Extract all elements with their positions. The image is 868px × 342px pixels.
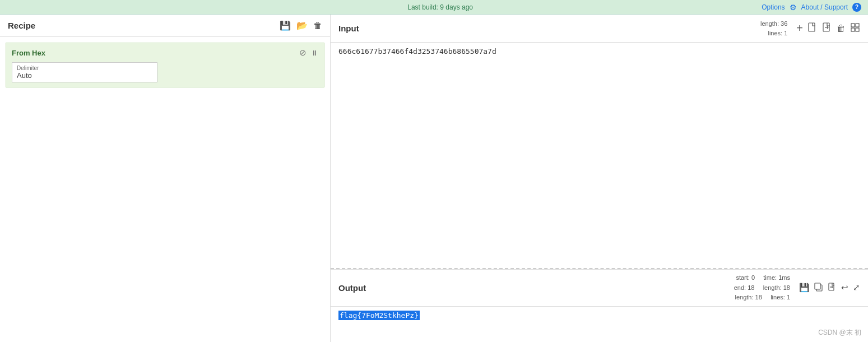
output-length2-value: 18 (755, 294, 762, 301)
output-start-value: 0 (751, 274, 755, 281)
output-time-value: 1ms (778, 274, 790, 281)
output-meta: start: 0 time: 1ms end: 18 length: 18 le… (734, 273, 790, 303)
output-start-label: start: (736, 274, 751, 281)
recipe-empty-area (0, 93, 330, 342)
output-expand-icon[interactable]: ⤢ (853, 283, 860, 293)
recipe-panel: Recipe 💾 📂 🗑 From Hex ⊘ ⏸ Delimiter Auto (0, 15, 331, 342)
input-icons: + (796, 22, 860, 35)
delimiter-label: Delimiter (17, 65, 152, 71)
input-delete-icon[interactable]: 🗑 (837, 24, 846, 34)
output-header: Output start: 0 time: 1ms end: 18 length… (331, 269, 868, 307)
output-title: Output (338, 283, 366, 293)
output-export-icon[interactable] (828, 283, 837, 293)
io-panel: Input length: 36lines: 1 + (331, 15, 868, 342)
input-add-icon[interactable]: + (796, 22, 803, 35)
output-lines-value: 1 (787, 294, 790, 301)
delimiter-box: Delimiter Auto (12, 62, 157, 82)
output-length-label: length: (763, 284, 783, 291)
top-bar: Last build: 9 days ago Options ⚙ About /… (0, 0, 868, 15)
recipe-header: Recipe 💾 📂 🗑 (0, 15, 330, 37)
recipe-delete-icon[interactable]: 🗑 (313, 21, 322, 31)
options-link[interactable]: Options (762, 3, 785, 11)
input-meta: length: 36lines: 1 (760, 19, 787, 38)
output-copy-icon[interactable] (814, 283, 823, 293)
svg-rect-6 (856, 28, 859, 31)
output-icons: 💾 (799, 283, 860, 293)
from-hex-pause-icon[interactable]: ⏸ (311, 49, 318, 57)
output-lines-label: lines: (770, 294, 787, 301)
from-hex-block: From Hex ⊘ ⏸ Delimiter Auto (6, 43, 324, 87)
input-file-icon[interactable] (807, 22, 818, 35)
input-grid-icon[interactable] (850, 22, 860, 35)
svg-rect-5 (851, 28, 855, 31)
input-content: 666c61677b37466f4d3253746b6865507a7d (331, 43, 868, 268)
output-undo-icon[interactable]: ↩ (841, 283, 848, 293)
delimiter-value: Auto (17, 71, 152, 80)
gear-icon[interactable]: ⚙ (790, 3, 797, 12)
from-hex-title: From Hex (12, 49, 45, 57)
svg-rect-4 (856, 24, 859, 27)
about-support-link[interactable]: About / Support (801, 3, 848, 11)
from-hex-header: From Hex ⊘ ⏸ (12, 48, 318, 58)
output-end-value: 18 (748, 284, 754, 291)
input-text: 666c61677b37466f4d3253746b6865507a7d (338, 47, 496, 56)
recipe-save-icon[interactable]: 💾 (280, 20, 291, 31)
output-content: flag{7FoM2StkhePz} (331, 307, 868, 342)
svg-rect-0 (809, 23, 815, 31)
recipe-open-icon[interactable]: 📂 (296, 20, 308, 31)
output-section: Output start: 0 time: 1ms end: 18 length… (331, 269, 868, 342)
watermark: CSDN @末 初 (818, 328, 861, 338)
output-save-icon[interactable]: 💾 (799, 283, 810, 293)
svg-rect-8 (815, 283, 820, 289)
from-hex-block-icons: ⊘ ⏸ (299, 48, 318, 58)
output-selected-text: flag{7FoM2StkhePz} (338, 311, 420, 320)
svg-rect-3 (851, 24, 855, 27)
top-right: Options ⚙ About / Support ? (762, 3, 861, 12)
recipe-title: Recipe (8, 21, 35, 30)
input-header: Input length: 36lines: 1 + (331, 15, 868, 43)
output-length2-label: length: (735, 294, 755, 301)
output-end-label: end: (734, 284, 748, 291)
output-length-value: 18 (783, 284, 790, 291)
from-hex-disable-icon[interactable]: ⊘ (299, 48, 307, 58)
output-time-label: time: (763, 274, 778, 281)
input-export-icon[interactable] (822, 22, 832, 35)
input-title: Input (338, 24, 359, 33)
input-section: Input length: 36lines: 1 + (331, 15, 868, 269)
main-layout: Recipe 💾 📂 🗑 From Hex ⊘ ⏸ Delimiter Auto (0, 15, 868, 342)
recipe-header-icons: 💾 📂 🗑 (280, 20, 322, 31)
help-icon[interactable]: ? (852, 3, 861, 12)
build-info: Last build: 9 days ago (119, 3, 762, 11)
